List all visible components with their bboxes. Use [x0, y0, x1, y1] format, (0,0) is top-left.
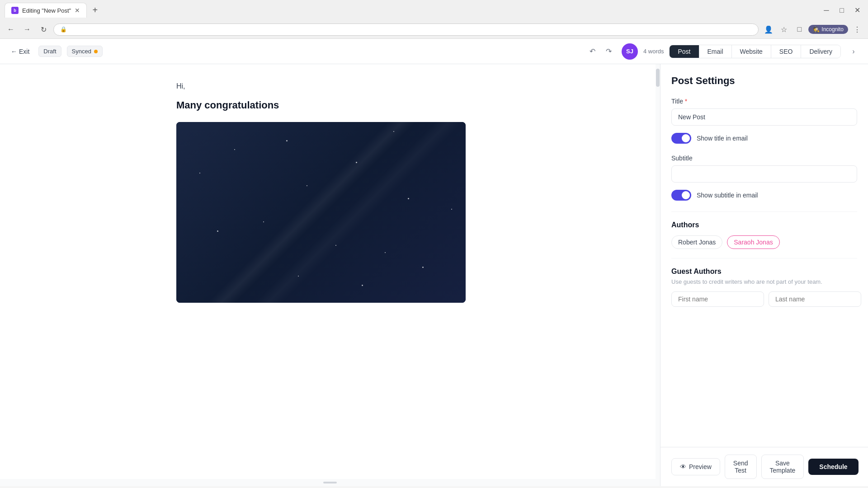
new-tab-button[interactable]: +: [89, 4, 101, 17]
browser-titlebar: b Editing "New Post" ✕ + ─ □ ✕: [0, 0, 868, 20]
editor-content: Hi, Many congratulations: [176, 82, 484, 303]
preview-icon: 👁: [680, 463, 686, 470]
editor-area[interactable]: Hi, Many congratulations: [0, 64, 660, 486]
nav-tabs: Post Email Website SEO Delivery: [669, 45, 841, 58]
avatar-button[interactable]: SJ: [622, 43, 638, 60]
panel-scroll-area: Post Settings Title * Show title in emai…: [660, 64, 868, 447]
app-toolbar: ← Exit Draft Synced ↶ ↷ SJ 4 words Post …: [0, 39, 868, 64]
main-content: Hi, Many congratulations: [0, 64, 868, 486]
tab-email[interactable]: Email: [699, 45, 732, 58]
right-panel: Post Settings Title * Show title in emai…: [660, 64, 868, 486]
exit-arrow-icon: ←: [11, 48, 17, 55]
guest-first-name-input[interactable]: [671, 291, 764, 307]
panel-title: Post Settings: [671, 75, 857, 87]
maximize-button[interactable]: □: [835, 4, 848, 17]
minimize-button[interactable]: ─: [820, 4, 833, 17]
synced-badge[interactable]: Synced: [67, 46, 103, 57]
lock-icon: 🔒: [60, 26, 67, 33]
show-title-slider: [671, 133, 691, 144]
undo-redo-group: ↶ ↷: [585, 44, 616, 59]
night-sky-background: [176, 122, 466, 303]
back-button[interactable]: ←: [5, 23, 17, 36]
send-test-button[interactable]: Send Test: [725, 455, 757, 479]
section-divider-2: [671, 258, 857, 258]
address-bar[interactable]: 🔒 app.beehiiv.com/posts/ebc6a222-3e0e-41…: [53, 23, 759, 36]
tab-website[interactable]: Website: [732, 45, 771, 58]
forward-button[interactable]: →: [21, 23, 33, 36]
diagonal-lines: [176, 122, 466, 303]
browser-actions: 👤 ☆ □ 🕵 Incognito ⋮: [762, 23, 863, 36]
show-title-toggle[interactable]: [671, 133, 691, 144]
authors-row: Robert Jonas Saraoh Jonas: [671, 235, 857, 249]
window-controls: ─ □ ✕: [820, 4, 863, 17]
tab-bar: b Editing "New Post" ✕ +: [5, 3, 101, 18]
tab-title: Editing "New Post": [22, 7, 71, 14]
synced-dot-icon: [94, 50, 98, 53]
editor-heading: Many congratulations: [176, 99, 484, 111]
browser-navbar: ← → ↻ 🔒 app.beehiiv.com/posts/ebc6a222-3…: [0, 20, 868, 38]
show-subtitle-toggle-row: Show subtitle in email: [671, 190, 857, 201]
favicon: b: [11, 7, 19, 14]
editor-greeting: Hi,: [176, 82, 484, 90]
collapse-panel-button[interactable]: ›: [846, 44, 861, 59]
show-subtitle-toggle[interactable]: [671, 190, 691, 201]
guest-authors-desc: Use guests to credit writers who are not…: [671, 278, 857, 285]
close-button[interactable]: ✕: [851, 4, 863, 17]
synced-label: Synced: [72, 48, 91, 55]
draft-button[interactable]: Draft: [38, 46, 61, 57]
incognito-button[interactable]: 🕵 Incognito: [808, 25, 848, 34]
redo-button[interactable]: ↷: [602, 44, 616, 59]
url-input[interactable]: app.beehiiv.com/posts/ebc6a222-3e0e-41f3…: [71, 26, 752, 33]
undo-button[interactable]: ↶: [585, 44, 600, 59]
preview-button[interactable]: 👁 Preview: [671, 458, 720, 475]
incognito-icon: 🕵: [813, 26, 820, 33]
author-chip-saraoh[interactable]: Saraoh Jonas: [727, 235, 779, 249]
browser-chrome: b Editing "New Post" ✕ + ─ □ ✕ ← → ↻ 🔒 a…: [0, 0, 868, 39]
tab-delivery[interactable]: Delivery: [801, 45, 840, 58]
schedule-button[interactable]: Schedule: [808, 459, 858, 475]
show-subtitle-slider: [671, 190, 691, 201]
browser-tab-active[interactable]: b Editing "New Post" ✕: [5, 3, 87, 18]
title-input[interactable]: [671, 108, 857, 126]
show-subtitle-label: Show subtitle in email: [697, 192, 758, 199]
panel-footer: 👁 Preview Send Test Save Template Schedu…: [660, 447, 868, 486]
editor-image: [176, 122, 466, 303]
guest-last-name-input[interactable]: [769, 291, 861, 307]
preview-label: Preview: [689, 463, 712, 470]
subtitle-input[interactable]: [671, 165, 857, 183]
exit-label: Exit: [19, 48, 29, 55]
menu-icon[interactable]: ⋮: [851, 23, 863, 36]
title-field-label: Title *: [671, 98, 857, 105]
section-divider-1: [671, 211, 857, 212]
extension-icon[interactable]: □: [793, 23, 806, 36]
refresh-button[interactable]: ↻: [37, 23, 50, 36]
exit-button[interactable]: ← Exit: [7, 45, 33, 58]
author-chip-robert[interactable]: Robert Jonas: [671, 235, 722, 249]
guest-authors-label: Guest Authors: [671, 267, 857, 276]
app-container: ← Exit Draft Synced ↶ ↷ SJ 4 words Post …: [0, 39, 868, 486]
tab-seo[interactable]: SEO: [771, 45, 802, 58]
incognito-label: Incognito: [821, 26, 844, 33]
show-title-label: Show title in email: [697, 135, 748, 142]
tab-post[interactable]: Post: [670, 45, 699, 58]
show-title-toggle-row: Show title in email: [671, 133, 857, 144]
required-star: *: [685, 98, 687, 105]
guest-input-row: [671, 291, 857, 307]
word-count: 4 words: [643, 48, 664, 55]
authors-section-label: Authors: [671, 221, 857, 229]
tab-close-button[interactable]: ✕: [75, 7, 80, 14]
subtitle-field-label: Subtitle: [671, 155, 857, 162]
bookmark-icon[interactable]: ☆: [778, 23, 790, 36]
save-template-button[interactable]: Save Template: [761, 455, 804, 479]
profile-icon[interactable]: 👤: [762, 23, 775, 36]
